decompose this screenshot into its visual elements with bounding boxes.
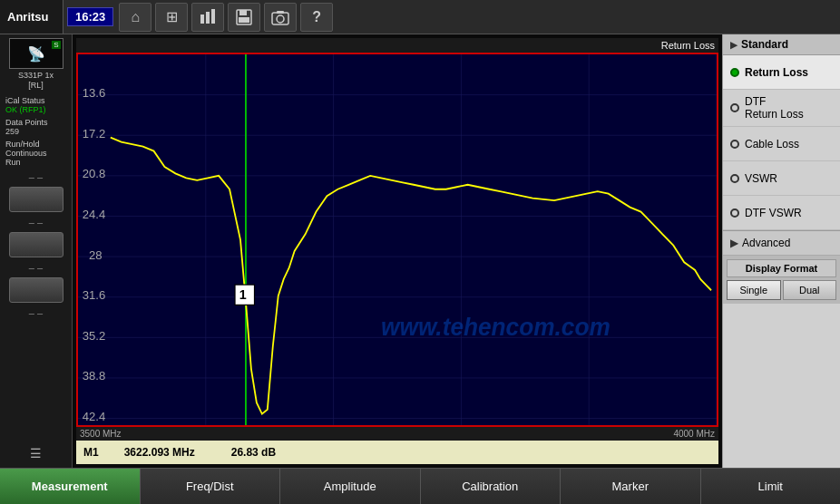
- chart-container: 13.6 17.2 20.8 24.4 28 31.6 35.2 38.8 42…: [76, 53, 718, 427]
- tab-measurement[interactable]: Measurement: [0, 469, 141, 504]
- svg-point-7: [277, 15, 284, 23]
- format-buttons: Single Dual: [727, 280, 836, 300]
- svg-text:13.6: 13.6: [83, 86, 106, 100]
- left-sidebar: 📡 S S331P 1x[RL] iCal Status OK (RFP1) D…: [0, 34, 73, 468]
- advanced-arrow: ▶: [730, 237, 738, 249]
- radio-dtf-vswr: [730, 208, 739, 218]
- chart-area: Return Loss: [73, 34, 722, 468]
- svg-text:28: 28: [89, 247, 103, 261]
- chart-inner: 13.6 17.2 20.8 24.4 28 31.6 35.2 38.8 42…: [78, 54, 717, 425]
- svg-rect-9: [78, 54, 717, 425]
- svg-rect-0: [200, 15, 204, 24]
- tab-calibration[interactable]: Calibration: [421, 469, 562, 504]
- svg-rect-1: [206, 12, 210, 24]
- svg-rect-2: [211, 9, 215, 24]
- help-icon[interactable]: ?: [300, 3, 333, 32]
- right-sidebar-header: ▶ Standard: [723, 34, 840, 55]
- display-format-section: Display Format Single Dual: [723, 256, 840, 304]
- tab-marker[interactable]: Marker: [561, 469, 701, 504]
- advanced-header[interactable]: ▶ Advanced: [723, 231, 840, 256]
- check-triangle: ▶: [730, 40, 737, 50]
- svg-rect-5: [239, 17, 249, 23]
- menu-item-vswr[interactable]: VSWR: [723, 161, 840, 196]
- svg-text:38.8: 38.8: [83, 369, 106, 383]
- menu-item-cable-loss[interactable]: Cable Loss: [723, 127, 840, 161]
- svg-text:24.4: 24.4: [83, 208, 106, 221]
- chart-header: Return Loss: [76, 38, 718, 53]
- svg-text:www.tehencom.com: www.tehencom.com: [381, 313, 610, 341]
- main-content: 📡 S S331P 1x[RL] iCal Status OK (RFP1) D…: [0, 34, 840, 468]
- run-hold: Run/Hold ContinuousRun: [2, 138, 70, 169]
- save-icon[interactable]: [228, 3, 260, 32]
- radio-return-loss: [730, 68, 739, 77]
- device-label: S331P 1x[RL]: [18, 71, 54, 91]
- tab-limit[interactable]: Limit: [701, 469, 841, 504]
- s-badge: S: [52, 41, 60, 49]
- menu-icon[interactable]: ☰: [30, 446, 42, 460]
- marker-bar: M1 3622.093 MHz 26.83 dB: [76, 441, 718, 464]
- bottom-icon-area: ☰: [26, 442, 45, 464]
- svg-text:31.6: 31.6: [83, 288, 106, 302]
- right-sidebar: ▶ Standard Return Loss DTFReturn Loss Ca…: [722, 34, 840, 468]
- svg-rect-8: [277, 11, 284, 14]
- format-single-btn[interactable]: Single: [727, 280, 781, 300]
- top-bar: Anritsu 16:23 ⌂ ⊞ ?: [0, 0, 840, 34]
- menu-item-dtf-return-loss[interactable]: DTFReturn Loss: [723, 90, 840, 127]
- format-dual-btn[interactable]: Dual: [783, 280, 837, 300]
- chart-footer: 3500 MHz 4000 MHz: [76, 427, 718, 441]
- camera-icon[interactable]: [264, 3, 297, 32]
- separator-3: – –: [2, 262, 70, 273]
- svg-rect-4: [239, 10, 247, 15]
- ical-status: iCal Status OK (RFP1): [2, 94, 70, 116]
- sidebar-btn-3[interactable]: [9, 277, 63, 303]
- separator-4: – –: [2, 307, 70, 318]
- display-format-label: Display Format: [727, 259, 836, 277]
- svg-text:1: 1: [239, 287, 247, 302]
- menu-item-dtf-vswr[interactable]: DTF VSWR: [723, 196, 840, 230]
- radio-dtf-return-loss: [730, 103, 739, 112]
- bottom-bar: Measurement Freq/Dist Amplitude Calibrat…: [0, 468, 840, 504]
- tab-amplitude[interactable]: Amplitude: [280, 469, 421, 504]
- svg-text:42.4: 42.4: [83, 410, 106, 423]
- svg-text:17.2: 17.2: [83, 126, 106, 140]
- home-icon[interactable]: ⌂: [119, 3, 151, 32]
- separator-1: – –: [2, 171, 70, 182]
- advanced-section: ▶ Advanced: [723, 230, 840, 256]
- data-points: Data Points 259: [2, 116, 70, 138]
- radio-cable-loss: [730, 140, 739, 149]
- device-indicator: 📡 S: [9, 38, 63, 69]
- chart-svg: 13.6 17.2 20.8 24.4 28 31.6 35.2 38.8 42…: [78, 54, 717, 425]
- svg-text:35.2: 35.2: [83, 329, 106, 343]
- signal-icon[interactable]: [191, 3, 224, 32]
- tab-freq-dist[interactable]: Freq/Dist: [141, 469, 281, 504]
- separator-2: – –: [2, 217, 70, 228]
- grid-icon[interactable]: ⊞: [155, 3, 188, 32]
- time-display: 16:23: [67, 7, 113, 26]
- svg-text:20.8: 20.8: [83, 167, 106, 180]
- sidebar-btn-2[interactable]: [9, 232, 63, 257]
- menu-item-return-loss[interactable]: Return Loss: [723, 55, 840, 90]
- sidebar-btn-1[interactable]: [9, 187, 63, 212]
- anritsu-logo: Anritsu: [0, 0, 63, 34]
- radio-vswr: [730, 174, 739, 183]
